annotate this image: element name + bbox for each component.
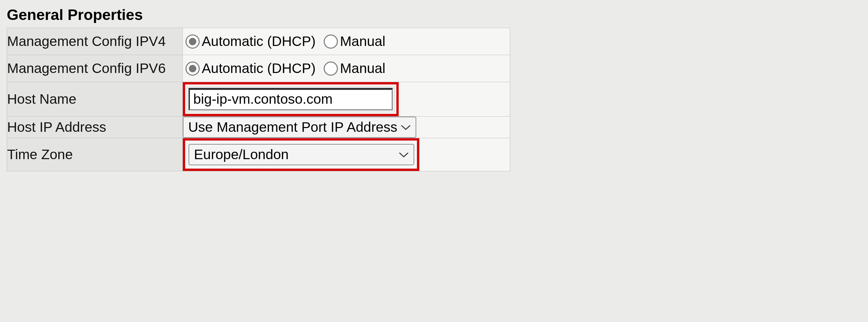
time-zone-select[interactable]: Europe/London	[189, 144, 414, 165]
radio-group-ipv6: Automatic (DHCP) Manual	[183, 55, 510, 82]
radio-ipv4-manual[interactable]	[324, 34, 338, 49]
radio-group-ipv4: Automatic (DHCP) Manual	[183, 28, 510, 55]
radio-label-ipv6-manual: Manual	[340, 60, 385, 76]
label-mgmt-ipv4: Management Config IPV4	[7, 28, 183, 55]
radio-label-ipv4-automatic: Automatic (DHCP)	[202, 33, 316, 49]
label-mgmt-ipv6: Management Config IPV6	[7, 55, 183, 82]
chevron-down-icon	[401, 124, 411, 131]
radio-label-ipv4-manual: Manual	[340, 33, 385, 49]
highlight-time-zone: Europe/London	[183, 138, 419, 171]
label-time-zone: Time Zone	[7, 138, 183, 171]
label-host-name: Host Name	[7, 82, 183, 117]
host-name-input[interactable]	[189, 88, 393, 110]
chevron-down-icon	[399, 151, 409, 158]
host-ip-select[interactable]: Use Management Port IP Address	[183, 117, 416, 138]
time-zone-select-value: Europe/London	[194, 147, 289, 163]
radio-ipv4-automatic[interactable]	[185, 34, 200, 49]
radio-label-ipv6-automatic: Automatic (DHCP)	[202, 60, 316, 76]
label-host-ip: Host IP Address	[7, 117, 183, 138]
host-ip-select-value: Use Management Port IP Address	[188, 119, 397, 135]
radio-ipv6-manual[interactable]	[324, 61, 338, 76]
highlight-host-name	[183, 82, 399, 116]
general-properties-table: Management Config IPV4 Automatic (DHCP) …	[7, 28, 510, 171]
section-heading: General Properties	[7, 6, 861, 24]
radio-ipv6-automatic[interactable]	[185, 61, 200, 76]
